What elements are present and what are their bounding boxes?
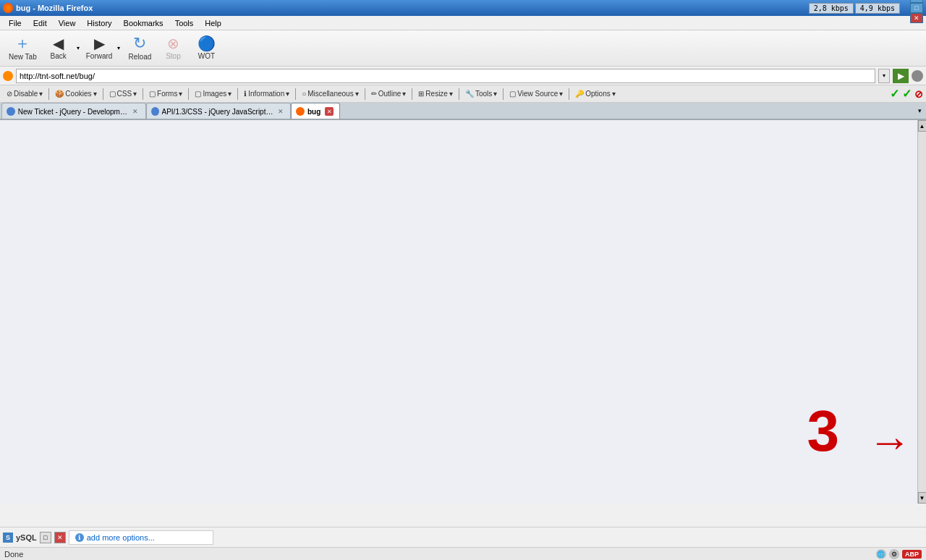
tab1-close-button[interactable]: ✕	[131, 107, 140, 116]
webdev-options[interactable]: 🔑 Options ▾	[572, 88, 619, 99]
maximize-button[interactable]: □	[910, 3, 923, 13]
url-input[interactable]	[16, 69, 875, 83]
back-icon: ◀	[53, 36, 64, 51]
tab2-close-button[interactable]: ✕	[277, 107, 285, 116]
webdev-disable[interactable]: ⊘ Disable ▾	[3, 88, 46, 99]
sep1	[48, 88, 49, 100]
back-label: Back	[51, 52, 67, 60]
css-arrow: ▾	[133, 90, 137, 98]
webdev-forms[interactable]: ▢ Forms ▾	[145, 88, 186, 99]
check2-icon: ✓	[902, 87, 912, 101]
query-btn1[interactable]: □	[40, 532, 51, 543]
tools-arrow: ▾	[493, 90, 497, 98]
content-wrapper: 3 → ▲ ▼	[0, 120, 926, 504]
outline-icon: ✏	[371, 90, 377, 98]
sep9	[459, 88, 459, 100]
url-go-button[interactable]: ▶	[893, 69, 909, 83]
menu-help[interactable]: Help	[199, 17, 227, 29]
sep6	[295, 88, 296, 100]
wot-button[interactable]: 🔵 WOT	[190, 33, 222, 64]
webdev-outline[interactable]: ✏ Outline ▾	[368, 88, 410, 99]
back-button[interactable]: ◀ Back	[43, 33, 75, 64]
stop-button[interactable]: ⊗ Stop	[157, 33, 189, 64]
forms-arrow: ▾	[179, 90, 182, 98]
right-scrollbar: ▲ ▼	[917, 120, 926, 504]
forms-icon: ▢	[149, 90, 156, 98]
sep8	[412, 88, 412, 100]
sep10	[503, 88, 504, 100]
webdev-images[interactable]: ▢ Images ▾	[191, 88, 235, 99]
tools-icon: 🔧	[465, 90, 474, 98]
forward-button[interactable]: ▶ Forward	[83, 33, 116, 64]
stop-icon: ⊗	[167, 36, 179, 51]
menu-tools[interactable]: Tools	[169, 17, 200, 29]
viewsource-arrow: ▾	[559, 90, 563, 98]
menu-view[interactable]: View	[53, 17, 82, 29]
forward-icon: ▶	[94, 36, 105, 51]
url-dropdown-button[interactable]: ▾	[878, 69, 890, 83]
webdev-misc[interactable]: ○ Miscellaneous ▾	[298, 88, 362, 99]
tab2-favicon	[151, 107, 159, 116]
scroll-up-button[interactable]: ▲	[918, 120, 927, 132]
back-dropdown-arrow[interactable]: ▾	[75, 33, 82, 64]
webdev-information[interactable]: ℹ Information ▾	[240, 88, 293, 99]
menu-edit[interactable]: Edit	[27, 17, 53, 29]
check-icon: ✓	[890, 87, 899, 101]
info-icon: ℹ	[244, 90, 247, 98]
tab1-label: New Ticket - jQuery - Development	[18, 108, 128, 116]
misc-arrow: ▾	[355, 90, 359, 98]
query-btn2[interactable]: ✕	[54, 532, 66, 543]
css-label: CSS	[117, 90, 132, 98]
title-buttons: − □ ✕	[910, 0, 923, 23]
tabs-right: ▾	[914, 103, 925, 119]
webdev-toolbar: ⊘ Disable ▾ 🍪 Cookies ▾ ▢ CSS ▾ ▢ Forms …	[0, 85, 926, 103]
add-options-icon: ℹ	[75, 533, 84, 542]
webdev-viewsource[interactable]: ▢ View Source ▾	[506, 88, 566, 99]
options-icon: 🔑	[575, 90, 584, 98]
forward-button-group: ▶ Forward ▾	[83, 33, 123, 64]
tab-new-ticket[interactable]: New Ticket - jQuery - Development ✕	[1, 103, 146, 119]
status-bar: Done 🌐 ⚙ ABP	[0, 547, 926, 560]
webdev-tools[interactable]: 🔧 Tools ▾	[462, 88, 501, 99]
tab-api-css[interactable]: API/1.3/CSS - jQuery JavaScript Library …	[146, 103, 291, 119]
tab3-close-button[interactable]: ✕	[325, 107, 334, 116]
reload-icon: ↻	[133, 35, 146, 51]
scroll-down-button[interactable]: ▼	[918, 492, 927, 504]
webdev-css[interactable]: ▢ CSS ▾	[106, 88, 141, 99]
cookies-label: Cookies	[65, 90, 91, 98]
query-sql-icon: S	[3, 533, 13, 543]
misc-label: Miscellaneous	[307, 90, 353, 98]
main-content: 3 →	[0, 120, 926, 504]
cookies-icon: 🍪	[55, 90, 64, 98]
adblock-button[interactable]: ABP	[902, 550, 922, 559]
viewsource-icon: ▢	[509, 90, 516, 98]
sep4	[188, 88, 189, 100]
status-settings-icon: ⚙	[889, 549, 899, 559]
reload-label: Reload	[129, 53, 152, 61]
menu-history[interactable]: History	[81, 17, 117, 29]
css-icon: ▢	[109, 90, 116, 98]
reload-button[interactable]: ↻ Reload	[124, 33, 156, 64]
browser-icon	[3, 3, 13, 13]
viewsource-label: View Source	[517, 90, 558, 98]
sep7	[365, 88, 365, 100]
menu-file[interactable]: File	[3, 17, 27, 29]
menu-bookmarks[interactable]: Bookmarks	[118, 17, 169, 29]
tabs-bar: New Ticket - jQuery - Development ✕ API/…	[0, 103, 926, 120]
tab-bug[interactable]: bug ✕	[291, 103, 340, 119]
tabs-scroll-arrow[interactable]: ▾	[914, 103, 925, 119]
close-button[interactable]: ✕	[910, 13, 923, 23]
new-tab-button[interactable]: ＋ New Tab	[4, 33, 41, 64]
forward-dropdown-arrow[interactable]: ▾	[115, 33, 122, 64]
cookies-arrow: ▾	[93, 90, 97, 98]
status-globe-icon: 🌐	[876, 549, 886, 559]
misc-icon: ○	[302, 90, 306, 98]
webdev-resize[interactable]: ⊞ Resize ▾	[415, 88, 456, 99]
webdev-cookies[interactable]: 🍪 Cookies ▾	[51, 88, 100, 99]
bottom-section: S ySQL □ ✕ ℹ add more options... Done 🌐 …	[0, 527, 926, 560]
wot-icon: 🔵	[197, 36, 216, 51]
menu-bar: File Edit View History Bookmarks Tools H…	[0, 16, 926, 30]
add-options-button[interactable]: ℹ add more options...	[69, 530, 213, 545]
stop-label: Stop	[166, 52, 181, 60]
nav-toolbar: ＋ New Tab ◀ Back ▾ ▶ Forward ▾ ↻ Reload …	[0, 30, 926, 67]
